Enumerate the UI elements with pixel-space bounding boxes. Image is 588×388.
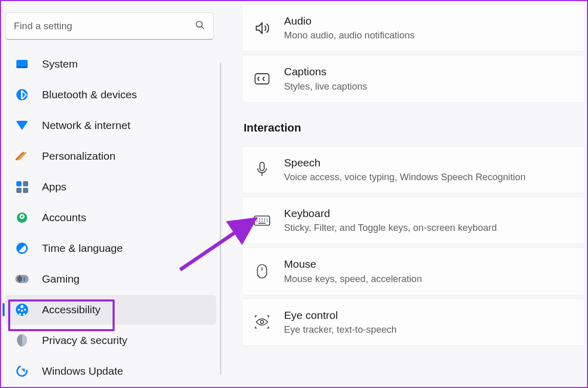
brush-icon bbox=[15, 149, 29, 163]
svg-rect-18 bbox=[257, 265, 267, 278]
setting-eye-control[interactable]: Eye control Eye tracker, text-to-speech bbox=[242, 298, 585, 346]
card-title: Keyboard bbox=[284, 206, 497, 221]
person-icon bbox=[15, 211, 29, 224]
nav-system[interactable]: System bbox=[5, 49, 216, 79]
nav-label: System bbox=[42, 58, 78, 70]
nav-windows-update[interactable]: Windows Update bbox=[5, 356, 216, 386]
svg-rect-4 bbox=[260, 162, 265, 170]
setting-captions[interactable]: Captions Styles, live captions bbox=[242, 55, 585, 102]
shield-icon bbox=[15, 334, 29, 347]
keyboard-icon bbox=[253, 212, 271, 229]
search-wrap bbox=[5, 12, 214, 40]
search-input[interactable] bbox=[14, 20, 195, 32]
nav-label: Accessibility bbox=[42, 304, 100, 316]
captions-icon bbox=[253, 70, 271, 88]
card-text: Eye control Eye tracker, text-to-speech bbox=[284, 308, 397, 336]
card-title: Speech bbox=[284, 156, 526, 170]
nav-accessibility[interactable]: Accessibility bbox=[5, 295, 216, 325]
card-title: Captions bbox=[284, 64, 367, 79]
nav-label: Accounts bbox=[42, 211, 86, 224]
nav-time-language[interactable]: Time & language bbox=[5, 233, 216, 263]
setting-keyboard[interactable]: Keyboard Sticky, Filter, and Toggle keys… bbox=[242, 197, 585, 244]
card-desc: Mouse keys, speed, acceleration bbox=[284, 273, 422, 286]
card-desc: Voice access, voice typing, Windows Spee… bbox=[284, 171, 526, 184]
mouse-icon bbox=[253, 263, 271, 280]
accessibility-icon bbox=[15, 303, 29, 316]
bluetooth-icon bbox=[15, 88, 29, 101]
nav-label: Gaming bbox=[42, 273, 80, 285]
nav-bluetooth[interactable]: Bluetooth & devices bbox=[5, 80, 216, 110]
card-desc: Eye tracker, text-to-speech bbox=[284, 324, 397, 336]
nav-gaming[interactable]: Gaming bbox=[5, 264, 216, 294]
search-box[interactable] bbox=[5, 12, 214, 40]
setting-audio[interactable]: Audio Mono audio, audio notifications bbox=[242, 4, 585, 52]
wifi-icon bbox=[15, 119, 29, 132]
card-title: Audio bbox=[284, 14, 415, 28]
nav-label: Personalization bbox=[42, 150, 116, 162]
nav-apps[interactable]: Apps bbox=[5, 172, 216, 202]
nav-label: Windows Update bbox=[42, 365, 123, 377]
nav-label: Network & internet bbox=[42, 119, 130, 132]
section-interaction: Interaction bbox=[244, 121, 585, 135]
card-title: Mouse bbox=[284, 257, 422, 271]
svg-rect-3 bbox=[255, 74, 269, 84]
setting-speech[interactable]: Speech Voice access, voice typing, Windo… bbox=[242, 146, 585, 193]
card-desc: Sticky, Filter, and Toggle keys, on-scre… bbox=[284, 222, 497, 234]
card-desc: Styles, live captions bbox=[284, 80, 367, 93]
sidebar-scrollbar[interactable] bbox=[220, 62, 221, 375]
gamepad-icon bbox=[15, 272, 29, 286]
svg-marker-2 bbox=[256, 23, 262, 33]
card-title: Eye control bbox=[284, 308, 397, 322]
apps-icon bbox=[15, 180, 29, 193]
nav-label: Privacy & security bbox=[42, 334, 127, 347]
microphone-icon bbox=[253, 161, 271, 178]
nav-personalization[interactable]: Personalization bbox=[5, 141, 216, 171]
svg-line-1 bbox=[202, 26, 204, 29]
speaker-icon bbox=[253, 19, 271, 37]
nav-label: Apps bbox=[42, 181, 67, 193]
card-text: Keyboard Sticky, Filter, and Toggle keys… bbox=[284, 206, 497, 234]
nav-privacy[interactable]: Privacy & security bbox=[5, 326, 216, 355]
svg-point-20 bbox=[260, 320, 264, 324]
sidebar: System Bluetooth & devices Network & int… bbox=[1, 1, 221, 387]
svg-rect-6 bbox=[254, 216, 270, 225]
svg-point-0 bbox=[197, 21, 203, 27]
card-text: Captions Styles, live captions bbox=[284, 64, 367, 93]
nav-accounts[interactable]: Accounts bbox=[5, 203, 216, 232]
nav-label: Bluetooth & devices bbox=[42, 89, 137, 101]
nav-label: Time & language bbox=[42, 242, 123, 254]
setting-mouse[interactable]: Mouse Mouse keys, speed, acceleration bbox=[242, 247, 585, 295]
globe-clock-icon bbox=[15, 242, 29, 255]
card-desc: Mono audio, audio notifications bbox=[284, 29, 415, 42]
card-text: Audio Mono audio, audio notifications bbox=[284, 14, 415, 42]
nav-network[interactable]: Network & internet bbox=[5, 111, 216, 140]
main-content: Audio Mono audio, audio notifications Ca… bbox=[242, 1, 587, 387]
search-icon bbox=[195, 20, 205, 32]
system-icon bbox=[15, 57, 29, 71]
update-icon bbox=[15, 364, 29, 378]
card-text: Mouse Mouse keys, speed, acceleration bbox=[284, 257, 422, 285]
eye-icon bbox=[253, 313, 271, 331]
nav-list: System Bluetooth & devices Network & int… bbox=[1, 49, 221, 386]
card-text: Speech Voice access, voice typing, Windo… bbox=[284, 156, 526, 184]
